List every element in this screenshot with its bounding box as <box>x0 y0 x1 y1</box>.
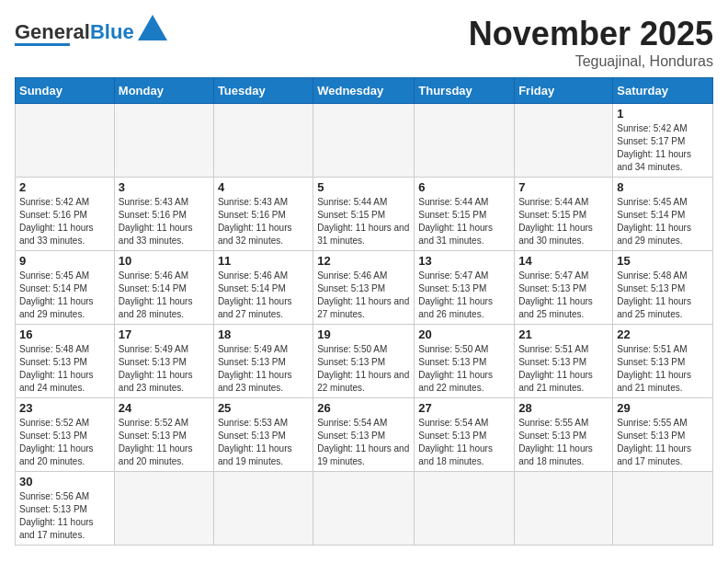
day-cell-16: 16Sunrise: 5:48 AMSunset: 5:13 PMDayligh… <box>16 325 115 398</box>
day-cell-18: 18Sunrise: 5:49 AMSunset: 5:13 PMDayligh… <box>213 325 313 398</box>
day-number-24: 24 <box>119 401 210 415</box>
day-cell-30: 30Sunrise: 5:56 AMSunset: 5:13 PMDayligh… <box>16 472 115 546</box>
day-number-15: 15 <box>617 254 709 268</box>
empty-cell <box>415 472 515 546</box>
header-tuesday: Tuesday <box>213 78 313 104</box>
day-info-16: Sunrise: 5:48 AMSunset: 5:13 PMDaylight:… <box>19 343 110 395</box>
header-saturday: Saturday <box>613 78 713 104</box>
day-cell-5: 5Sunrise: 5:44 AMSunset: 5:15 PMDaylight… <box>313 178 415 251</box>
day-info-5: Sunrise: 5:44 AMSunset: 5:15 PMDaylight:… <box>317 196 410 247</box>
day-info-26: Sunrise: 5:54 AMSunset: 5:13 PMDaylight:… <box>317 417 410 468</box>
day-number-7: 7 <box>518 180 609 194</box>
day-info-8: Sunrise: 5:45 AMSunset: 5:14 PMDaylight:… <box>617 196 709 247</box>
day-number-19: 19 <box>317 327 410 341</box>
day-info-28: Sunrise: 5:55 AMSunset: 5:13 PMDaylight:… <box>518 417 609 468</box>
calendar-table: Sunday Monday Tuesday Wednesday Thursday… <box>15 77 713 546</box>
day-number-29: 29 <box>617 401 709 415</box>
calendar-row-6: 30Sunrise: 5:56 AMSunset: 5:13 PMDayligh… <box>16 472 713 546</box>
day-cell-25: 25Sunrise: 5:53 AMSunset: 5:13 PMDayligh… <box>213 398 313 472</box>
day-number-26: 26 <box>317 401 410 415</box>
header-friday: Friday <box>515 78 613 104</box>
page-header: GeneralBlue November 2025 Teguajinal, Ho… <box>15 15 713 70</box>
day-cell-17: 17Sunrise: 5:49 AMSunset: 5:13 PMDayligh… <box>114 325 213 398</box>
title-block: November 2025 Teguajinal, Honduras <box>469 15 713 70</box>
day-number-12: 12 <box>317 254 410 268</box>
day-cell-9: 9Sunrise: 5:45 AMSunset: 5:14 PMDaylight… <box>16 251 115 325</box>
day-info-3: Sunrise: 5:43 AMSunset: 5:16 PMDaylight:… <box>119 196 210 247</box>
day-cell-13: 13Sunrise: 5:47 AMSunset: 5:13 PMDayligh… <box>415 251 515 325</box>
day-number-30: 30 <box>19 475 110 488</box>
day-number-21: 21 <box>518 327 609 341</box>
month-title: November 2025 <box>469 15 713 53</box>
day-number-6: 6 <box>418 180 510 194</box>
day-info-10: Sunrise: 5:46 AMSunset: 5:14 PMDaylight:… <box>119 270 210 321</box>
day-cell-12: 12Sunrise: 5:46 AMSunset: 5:13 PMDayligh… <box>313 251 415 325</box>
day-info-22: Sunrise: 5:51 AMSunset: 5:13 PMDaylight:… <box>617 343 709 395</box>
day-cell-8: 8Sunrise: 5:45 AMSunset: 5:14 PMDaylight… <box>613 178 713 251</box>
header-thursday: Thursday <box>415 78 515 104</box>
day-cell-4: 4Sunrise: 5:43 AMSunset: 5:16 PMDaylight… <box>213 178 313 251</box>
day-cell-10: 10Sunrise: 5:46 AMSunset: 5:14 PMDayligh… <box>114 251 213 325</box>
day-number-25: 25 <box>218 401 309 415</box>
day-cell-24: 24Sunrise: 5:52 AMSunset: 5:13 PMDayligh… <box>114 398 213 472</box>
empty-cell <box>114 472 213 546</box>
logo-triangle-icon <box>138 15 167 40</box>
day-number-10: 10 <box>119 254 210 268</box>
day-info-29: Sunrise: 5:55 AMSunset: 5:13 PMDaylight:… <box>617 417 709 468</box>
location-title: Teguajinal, Honduras <box>469 53 713 70</box>
day-cell-20: 20Sunrise: 5:50 AMSunset: 5:13 PMDayligh… <box>415 325 515 398</box>
day-number-9: 9 <box>19 254 110 268</box>
day-cell-2: 2Sunrise: 5:42 AMSunset: 5:16 PMDaylight… <box>16 178 115 251</box>
logo-text: GeneralBlue <box>15 22 134 42</box>
calendar-row-4: 16Sunrise: 5:48 AMSunset: 5:13 PMDayligh… <box>16 325 713 398</box>
empty-cell <box>613 472 713 546</box>
day-number-17: 17 <box>119 327 210 341</box>
logo: GeneralBlue <box>15 15 167 46</box>
day-info-20: Sunrise: 5:50 AMSunset: 5:13 PMDaylight:… <box>418 343 510 395</box>
day-number-13: 13 <box>418 254 510 268</box>
day-info-25: Sunrise: 5:53 AMSunset: 5:13 PMDaylight:… <box>218 417 309 468</box>
day-cell-19: 19Sunrise: 5:50 AMSunset: 5:13 PMDayligh… <box>313 325 415 398</box>
day-info-27: Sunrise: 5:54 AMSunset: 5:13 PMDaylight:… <box>418 417 510 468</box>
day-cell-27: 27Sunrise: 5:54 AMSunset: 5:13 PMDayligh… <box>415 398 515 472</box>
header-wednesday: Wednesday <box>313 78 415 104</box>
day-number-18: 18 <box>218 327 309 341</box>
day-cell-7: 7Sunrise: 5:44 AMSunset: 5:15 PMDaylight… <box>515 178 613 251</box>
day-number-20: 20 <box>418 327 510 341</box>
day-number-1: 1 <box>617 107 709 121</box>
calendar-row-3: 9Sunrise: 5:45 AMSunset: 5:14 PMDaylight… <box>16 251 713 325</box>
day-info-30: Sunrise: 5:56 AMSunset: 5:13 PMDaylight:… <box>19 490 110 542</box>
day-number-28: 28 <box>518 401 609 415</box>
logo-underline <box>15 43 70 46</box>
empty-cell <box>415 104 515 178</box>
day-number-3: 3 <box>119 180 210 194</box>
day-cell-28: 28Sunrise: 5:55 AMSunset: 5:13 PMDayligh… <box>515 398 613 472</box>
day-info-19: Sunrise: 5:50 AMSunset: 5:13 PMDaylight:… <box>317 343 410 395</box>
day-info-23: Sunrise: 5:52 AMSunset: 5:13 PMDaylight:… <box>19 417 110 468</box>
calendar-row-5: 23Sunrise: 5:52 AMSunset: 5:13 PMDayligh… <box>16 398 713 472</box>
empty-cell <box>213 104 313 178</box>
day-info-9: Sunrise: 5:45 AMSunset: 5:14 PMDaylight:… <box>19 270 110 321</box>
header-monday: Monday <box>114 78 213 104</box>
empty-cell <box>213 472 313 546</box>
day-cell-11: 11Sunrise: 5:46 AMSunset: 5:14 PMDayligh… <box>213 251 313 325</box>
day-number-22: 22 <box>617 327 709 341</box>
day-cell-6: 6Sunrise: 5:44 AMSunset: 5:15 PMDaylight… <box>415 178 515 251</box>
day-info-2: Sunrise: 5:42 AMSunset: 5:16 PMDaylight:… <box>19 196 110 247</box>
empty-cell <box>515 472 613 546</box>
day-info-13: Sunrise: 5:47 AMSunset: 5:13 PMDaylight:… <box>418 270 510 321</box>
empty-cell <box>313 104 415 178</box>
day-info-14: Sunrise: 5:47 AMSunset: 5:13 PMDaylight:… <box>518 270 609 321</box>
day-number-2: 2 <box>19 180 110 194</box>
empty-cell <box>515 104 613 178</box>
day-cell-22: 22Sunrise: 5:51 AMSunset: 5:13 PMDayligh… <box>613 325 713 398</box>
day-info-21: Sunrise: 5:51 AMSunset: 5:13 PMDaylight:… <box>518 343 609 395</box>
empty-cell <box>114 104 213 178</box>
empty-cell <box>16 104 115 178</box>
day-number-27: 27 <box>418 401 510 415</box>
calendar-row-1: 1Sunrise: 5:42 AMSunset: 5:17 PMDaylight… <box>16 104 713 178</box>
day-cell-1: 1Sunrise: 5:42 AMSunset: 5:17 PMDaylight… <box>613 104 713 178</box>
day-info-24: Sunrise: 5:52 AMSunset: 5:13 PMDaylight:… <box>119 417 210 468</box>
day-cell-26: 26Sunrise: 5:54 AMSunset: 5:13 PMDayligh… <box>313 398 415 472</box>
day-number-14: 14 <box>518 254 609 268</box>
